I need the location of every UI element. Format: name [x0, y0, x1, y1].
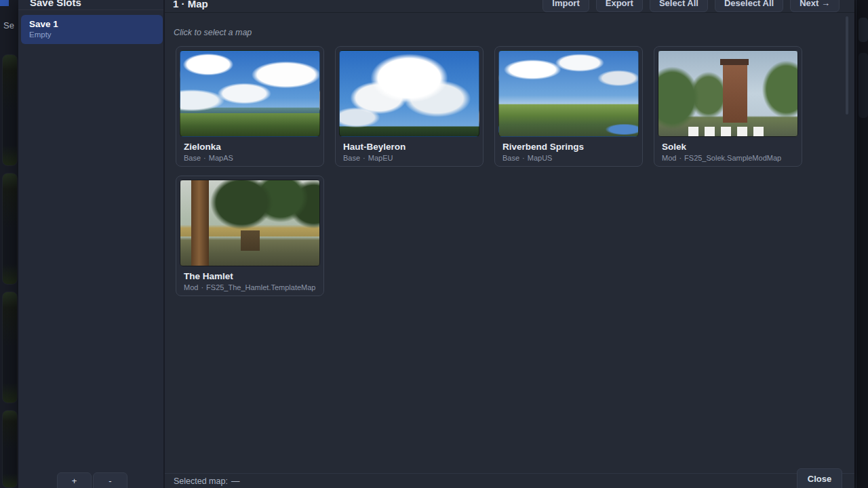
selected-map-label: Selected map: — [174, 476, 228, 486]
select-map-hint: Click to select a map — [174, 28, 252, 37]
map-meta: Mod·FS25_Solek.SampleModMap — [662, 154, 798, 162]
map-source: Mod — [662, 154, 676, 162]
map-name: Haut-Beyleron — [343, 142, 479, 152]
map-name: Zielonka — [184, 142, 320, 152]
step-title: 1 · Map — [173, 0, 208, 9]
background-accent-fragment — [0, 0, 9, 6]
map-id: FS25_Solek.SampleModMap — [684, 154, 781, 162]
map-name: Solek — [662, 142, 798, 152]
map-card-solek[interactable]: Solek Mod·FS25_Solek.SampleModMap — [654, 46, 802, 167]
selected-map-status: Selected map:— — [174, 476, 239, 486]
add-slot-button[interactable]: + — [57, 472, 92, 488]
background-list-item — [2, 410, 18, 488]
save-slot-name: Save 1 — [29, 19, 155, 29]
map-meta: Base·MapUS — [502, 154, 639, 162]
remove-slot-button[interactable]: - — [93, 472, 127, 488]
map-thumbnail — [339, 50, 479, 137]
map-card-the-hamlet[interactable]: The Hamlet Mod·FS25_The_Hamlet.TemplateM… — [176, 176, 324, 296]
screen: Se Save Slots Save 1 Empty + - 1 · Map I… — [0, 0, 868, 488]
map-meta: Base·MapAS — [184, 154, 320, 162]
export-button[interactable]: Export — [596, 0, 643, 12]
save-slot-status: Empty — [29, 30, 155, 39]
background-list-item — [2, 291, 18, 403]
map-step-panel: 1 · Map Import Export Select All Deselec… — [165, 0, 854, 488]
map-thumbnail — [658, 50, 798, 137]
background-page-left: Se — [0, 0, 18, 488]
meta-separator: · — [522, 154, 525, 162]
background-panel-edge — [856, 0, 856, 488]
map-name: The Hamlet — [184, 271, 320, 281]
import-button[interactable]: Import — [542, 0, 589, 12]
selected-map-value: — — [231, 476, 240, 486]
map-card-riverbend-springs[interactable]: Riverbend Springs Base·MapUS — [494, 46, 643, 167]
background-list-item — [2, 173, 18, 285]
deselect-all-button[interactable]: Deselect All — [715, 0, 783, 12]
divider — [165, 473, 854, 474]
close-button[interactable]: Close — [797, 468, 842, 488]
map-meta: Base·MapEU — [343, 154, 479, 162]
map-source: Base — [343, 154, 360, 162]
map-card-zielonka[interactable]: Zielonka Base·MapAS — [176, 46, 324, 167]
save-slot-item-selected[interactable]: Save 1 Empty — [21, 15, 163, 44]
map-id: MapAS — [209, 154, 233, 162]
divider — [18, 9, 163, 10]
save-editor-dialog: Save Slots Save 1 Empty + - 1 · Map Impo… — [18, 0, 854, 488]
sidebar-title: Save Slots — [30, 0, 81, 8]
map-thumbnail — [180, 50, 320, 137]
map-source: Mod — [184, 283, 198, 291]
scrollbar-thumb[interactable] — [846, 16, 848, 115]
map-thumbnail — [180, 180, 320, 266]
map-source: Base — [502, 154, 519, 162]
map-id: MapUS — [528, 154, 553, 162]
meta-separator: · — [201, 283, 203, 291]
meta-separator: · — [363, 154, 366, 162]
toolbar: Import Export Select All Deselect All Ne… — [542, 0, 840, 12]
save-slots-sidebar: Save Slots Save 1 Empty + - — [18, 0, 165, 488]
meta-separator: · — [679, 154, 682, 162]
divider — [165, 12, 854, 13]
background-partial-label: Se — [3, 20, 14, 30]
map-id: MapEU — [368, 154, 393, 162]
background-ui-fragment — [859, 18, 868, 42]
background-ui-fragment — [859, 53, 868, 118]
select-all-button[interactable]: Select All — [650, 0, 708, 12]
meta-separator: · — [203, 154, 206, 162]
next-button[interactable]: Next → — [790, 0, 840, 12]
map-thumbnail — [498, 50, 639, 137]
map-id: FS25_The_Hamlet.TemplateMap — [206, 283, 315, 291]
background-page-right — [854, 0, 868, 488]
map-grid: Zielonka Base·MapAS Haut-Beyleron Base·M… — [176, 46, 802, 296]
map-name: Riverbend Springs — [502, 142, 639, 152]
map-card-haut-beyleron[interactable]: Haut-Beyleron Base·MapEU — [335, 46, 484, 167]
map-meta: Mod·FS25_The_Hamlet.TemplateMap — [184, 283, 320, 291]
background-list-item — [2, 54, 18, 166]
map-source: Base — [184, 154, 201, 162]
